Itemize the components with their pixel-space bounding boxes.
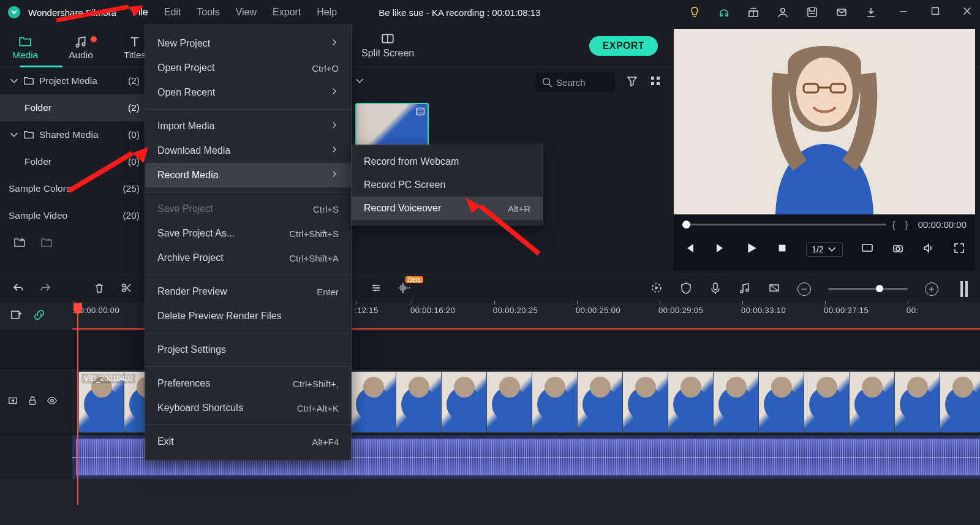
zoom-slider-handle[interactable] [876, 285, 883, 292]
undo-icon[interactable] [12, 282, 24, 296]
submenu-item-label: Record Voiceover [364, 203, 441, 214]
menu-item[interactable]: Keyboard ShortcutsCtrl+Alt+K [145, 396, 351, 420]
window-close-icon[interactable] [962, 6, 973, 19]
submenu-item[interactable]: Record from Webcam [352, 150, 543, 173]
menu-item[interactable]: ExitAlt+F4 [145, 429, 351, 454]
add-track-icon[interactable] [10, 309, 22, 323]
menu-item[interactable]: Open Recent [145, 80, 351, 105]
ruler-tick: 00:00:37:15 [824, 306, 869, 315]
project-title: Be like sue - KA recording : 00:01:08:13 [379, 7, 540, 18]
marker-shield-icon[interactable] [680, 282, 692, 296]
snapshot-icon[interactable] [892, 242, 904, 257]
menu-view[interactable]: View [236, 7, 257, 18]
next-frame-icon[interactable] [714, 242, 726, 257]
render-preview-icon[interactable] [650, 282, 663, 296]
tab-media[interactable]: Media [12, 35, 38, 67]
prev-frame-icon[interactable] [684, 242, 696, 257]
menu-separator [145, 366, 351, 367]
menu-item[interactable]: Project Settings [145, 338, 351, 362]
annotation-arrow-record-voiceover [466, 197, 545, 259]
stop-icon[interactable] [777, 243, 788, 256]
audio-mixer-icon[interactable] [739, 282, 751, 296]
scrub-track[interactable] [682, 224, 886, 225]
ruler-tick: 00: [907, 306, 918, 315]
zoom-out-icon[interactable] [797, 282, 811, 296]
menu-item[interactable]: Open ProjectCtrl+O [145, 56, 351, 80]
track-visibility-icon[interactable] [47, 395, 58, 409]
menu-item-label: Import Media [157, 121, 214, 132]
menu-item[interactable]: Delete Preview Render Files [145, 304, 351, 328]
tab-split-screen[interactable]: Split Screen [361, 32, 414, 59]
ruler-tick: 00:00:20:25 [493, 306, 538, 315]
split-icon[interactable] [120, 282, 132, 296]
folder-icon [23, 75, 34, 86]
sidebar-item-folder[interactable]: Folder (2) [0, 94, 148, 121]
tab-titles[interactable]: Titles [124, 35, 146, 67]
menu-export[interactable]: Export [273, 7, 301, 18]
media-thumbnail[interactable] [355, 103, 429, 148]
export-button[interactable]: EXPORT [589, 36, 658, 56]
menu-item[interactable]: New Project [145, 31, 351, 56]
user-icon[interactable] [777, 6, 789, 18]
track-toggle-icon[interactable] [7, 395, 18, 409]
menu-item[interactable]: Save ProjectCtrl+S [145, 197, 351, 221]
delete-icon[interactable] [93, 282, 105, 296]
playhead[interactable] [77, 303, 78, 505]
search-input[interactable]: Search [535, 72, 615, 92]
new-folder-icon[interactable] [13, 236, 26, 251]
tips-icon[interactable] [688, 6, 701, 18]
display-mode-icon[interactable] [861, 242, 873, 257]
headset-icon[interactable] [718, 6, 730, 18]
menu-item-label: Project Settings [157, 344, 226, 355]
chevron-right-icon [330, 145, 339, 156]
sidebar-item-label: Sample Video [9, 210, 67, 221]
delete-folder-icon[interactable] [40, 236, 53, 251]
sidebar-item-sample-video[interactable]: Sample Video (20) [0, 202, 148, 229]
zoom-slider[interactable] [828, 288, 908, 290]
menu-item[interactable]: Render PreviewEnter [145, 279, 351, 304]
marker-braces[interactable]: { } [892, 219, 912, 230]
mail-icon[interactable] [835, 6, 848, 18]
track-lock-icon[interactable] [27, 395, 38, 409]
unlink-icon[interactable] [33, 309, 45, 323]
menu-help[interactable]: Help [317, 7, 337, 18]
app-logo-icon [7, 6, 21, 19]
tab-audio[interactable]: Audio [69, 35, 93, 67]
menu-tools[interactable]: Tools [197, 7, 219, 18]
zoom-in-icon[interactable] [925, 282, 938, 296]
sidebar-item-count: (2) [128, 102, 140, 113]
menu-item[interactable]: Download Media [145, 138, 351, 163]
save-icon[interactable] [806, 6, 818, 18]
submenu-item[interactable]: Record PC Screen [352, 173, 543, 197]
clip-label: VID_20210402 [81, 374, 135, 383]
sort-chevron-icon[interactable] [354, 75, 365, 89]
menu-item[interactable]: PreferencesCtrl+Shift+, [145, 371, 351, 396]
timeline-fit-icon[interactable] [960, 281, 968, 297]
gift-icon[interactable] [747, 6, 760, 18]
menu-item[interactable]: Record Media [145, 163, 351, 187]
redo-icon[interactable] [39, 282, 51, 296]
window-maximize-icon[interactable] [930, 6, 941, 19]
menubar: File Edit Tools View Export Help [132, 7, 337, 18]
fullscreen-icon[interactable] [953, 242, 965, 257]
ruler-tick: 00:00:25:00 [576, 306, 620, 315]
menu-item[interactable]: Import Media [145, 114, 351, 138]
aspect-ratio-icon[interactable] [768, 282, 780, 296]
sidebar-item-project-media[interactable]: Project Media (2) [0, 67, 148, 94]
play-icon[interactable] [745, 241, 758, 257]
menu-item[interactable]: Archive ProjectCtrl+Shift+A [145, 246, 351, 270]
window-minimize-icon[interactable] [898, 6, 909, 19]
scrub-head[interactable] [682, 221, 690, 229]
preview-video[interactable] [674, 29, 975, 214]
voiceover-icon[interactable] [709, 282, 722, 296]
volume-icon[interactable] [922, 242, 935, 257]
scrub-row: { } 00:00:00:00 [674, 214, 975, 234]
download-icon[interactable] [865, 6, 877, 18]
audio-tool-icon[interactable]: Beta [397, 281, 410, 297]
adjust-icon[interactable] [370, 282, 382, 296]
grid-view-icon[interactable] [649, 75, 662, 89]
preview-ratio-dropdown[interactable]: 1/2 [806, 242, 842, 257]
menu-item[interactable]: Save Project As...Ctrl+Shift+S [145, 221, 351, 246]
filter-icon[interactable] [626, 75, 638, 89]
menu-edit[interactable]: Edit [164, 7, 181, 18]
